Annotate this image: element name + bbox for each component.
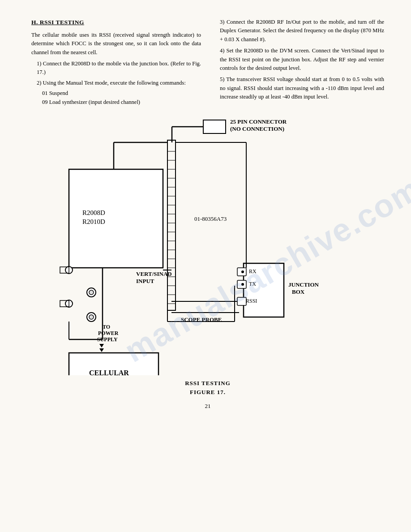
supply-label: SUPPLY [97,336,118,343]
cellular-radio-line1: CELLULAR [89,369,129,375]
to-label: TO [103,324,110,330]
page-number: 21 [31,403,384,410]
vert-sinad-label: VERT/SINAD [136,270,172,277]
step-1-text: Connect the R2008D to the mobile via the… [37,60,201,75]
rssi-diagram: 25 PIN CONNECTOR (NO CONNECTION) R2008D … [31,116,384,375]
right-column: 3) Connect the R2008D RF In/Out port to … [214,18,384,107]
section-heading: H. RSSI TESTING [31,18,201,27]
step-2: 2) Using the Manual Test mode, execute t… [37,79,201,87]
svg-point-38 [89,315,94,319]
step-3-num: 3) [220,19,227,25]
intro-text: The cellular mobile uses its RSSI (recei… [31,31,201,57]
step-2-num: 2) [37,80,43,86]
top-text-section: H. RSSI TESTING The cellular mobile uses… [31,18,384,107]
r2010d-label: R2010D [82,218,105,225]
svg-point-47 [241,270,244,273]
box-label: BOX [292,288,305,295]
figure-title: RSSI TESTING [31,380,384,387]
connector-label-1: 25 PIN CONNECTOR [230,118,287,125]
svg-marker-39 [99,344,104,348]
figure-number: FIGURE 17. [31,389,384,396]
step-2-text: Using the Manual Test mode, execute the … [43,80,186,86]
tx-label: TX [249,281,256,287]
svg-point-36 [89,290,94,295]
junction-label: JUNCTION [288,281,319,288]
step-4: 4) Set the R2008D to the DVM screen. Con… [220,47,384,73]
input-label: INPUT [136,278,154,284]
scope-probe-label: SCOPE PROBE [181,316,222,323]
step-5-text: The transceiver RSSI voltage should star… [220,76,384,100]
step-3-text: Connect the R2008D RF In/Out port to the… [220,19,384,43]
figure-labels: RSSI TESTING FIGURE 17. [31,380,384,396]
connector-label-2: (NO CONNECTION) [230,125,284,132]
step-5: 5) The transceiver RSSI voltage should s… [220,75,384,101]
part-number-label: 01-80356A73 [194,215,227,222]
svg-marker-40 [99,348,104,352]
page-num-text: 21 [205,403,211,409]
svg-point-48 [241,283,244,286]
step-4-num: 4) [220,47,226,54]
sub-item-1: 01 Suspend [42,89,201,98]
svg-rect-0 [203,120,226,133]
svg-rect-46 [237,297,246,305]
step-5-num: 5) [220,76,226,82]
step-4-text: Set the R2008D to the DVM screen. Connec… [220,47,384,71]
step-1-num: 1) [37,60,43,67]
sub-item-2: 09 Load synthesizer (input desired chann… [42,98,201,107]
diagram-area: 25 PIN CONNECTOR (NO CONNECTION) R2008D … [31,116,384,375]
left-column: H. RSSI TESTING The cellular mobile uses… [31,18,201,107]
r2008d-label: R2008D [82,209,105,216]
rssi-label: RSSI [246,298,257,304]
svg-rect-4 [167,140,176,310]
power-label: POWER [98,330,119,336]
step-3: 3) Connect the R2008D RF In/Out port to … [220,18,384,44]
rx-label: RX [249,268,257,275]
step-1: 1) Connect the R2008D to the mobile via … [37,60,201,77]
